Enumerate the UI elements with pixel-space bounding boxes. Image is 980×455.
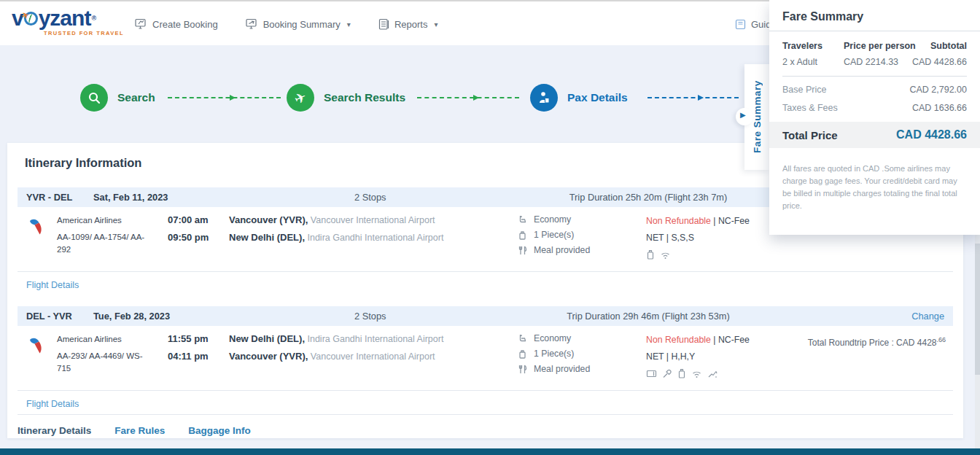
change-flight-link[interactable]: Change — [911, 311, 944, 322]
voyzant-logo[interactable]: vyzant® TRUSTED FOR TRAVEL — [12, 7, 128, 36]
arrival-airport: Vancouver International Airport — [308, 351, 435, 362]
flight-numbers: AA-1099/ AA-1754/ AA-292 — [57, 231, 155, 257]
fee-type: | NC-Fee — [711, 335, 750, 345]
segment-date: Sat, Feb 11, 2023 — [93, 192, 168, 203]
col-header-subtotal: Subtotal — [930, 41, 967, 51]
cabin-class-line: Economy — [518, 333, 590, 343]
fare-basis: NET | S,S,S — [646, 233, 750, 243]
refund-status: Non Refundable — [646, 216, 711, 226]
total-price-value: CAD 4428.66 — [896, 128, 967, 141]
fare-summary-title: Fare Summary — [769, 10, 980, 31]
plane-icon: ✈ — [287, 84, 314, 112]
cabin-class: Economy — [534, 333, 571, 343]
baggage-icon — [518, 349, 527, 359]
chevron-down-icon: ▾ — [434, 20, 438, 28]
airline-name: American Airlines — [57, 216, 155, 225]
departure-airport: Vancouver International Airport — [308, 215, 435, 225]
flight-row: American Airlines AA-293/ AA-4469/ WS-71… — [18, 326, 953, 390]
refund-line: Non Refundable | NC-Fee — [646, 216, 750, 226]
departure-city-line: Vancouver (YVR), Vancouver International… — [229, 214, 443, 225]
nav-label: Booking Summary — [263, 19, 341, 30]
baggage-line: 1 Piece(s) — [518, 230, 590, 240]
base-price-line: Base Price CAD 2,792.00 — [782, 85, 967, 95]
col-header-price-per-person: Price per person — [844, 41, 930, 51]
chevron-down-icon: ▾ — [347, 20, 351, 28]
segment-route: YVR - DEL — [26, 192, 83, 203]
segment-route: DEL - YVR — [26, 311, 83, 322]
col-header-travelers: Travelers — [782, 41, 844, 51]
american-airlines-logo — [26, 334, 48, 356]
registered-mark: ® — [91, 7, 96, 29]
departure-time: 07:00 am — [168, 214, 209, 225]
footer-bar — [0, 448, 980, 455]
itinerary-footer-tabs: Itinerary Details Fare Rules Baggage Inf… — [7, 415, 963, 436]
nav-reports[interactable]: Reports ▾ — [378, 18, 438, 31]
baggage-allowance: 1 Piece(s) — [534, 349, 574, 359]
meal-icon — [518, 365, 527, 374]
amenities — [646, 249, 750, 260]
subtotal-value: CAD 4428.66 — [912, 57, 967, 67]
nav-booking-summary[interactable]: Booking Summary ▾ — [246, 18, 351, 30]
monitor-plane-icon — [246, 18, 258, 30]
entertainment-icon — [707, 369, 718, 378]
arrival-city-line: Vancouver (YVR), Vancouver International… — [229, 351, 443, 362]
wifi-icon — [660, 250, 671, 260]
travelers-value: 2 x Adult — [782, 57, 844, 67]
base-price-value: CAD 2,792.00 — [909, 85, 967, 95]
fare-summary-tab[interactable]: ▶ Fare Summary — [744, 64, 770, 170]
meal-info: Meal provided — [534, 364, 590, 374]
departure-city: New Delhi (DEL), — [229, 333, 305, 344]
segment-stops: 2 Stops — [354, 311, 386, 322]
flight-details-row: Flight Details — [18, 271, 953, 295]
table-row: 2 x Adult CAD 2214.33 CAD 4428.66 — [782, 57, 967, 67]
step-pax-details[interactable]: Pax Details — [530, 84, 628, 112]
total-roundtrip-price: Total Roundtrip Price : CAD 4428.66 — [808, 336, 946, 348]
step-search-results[interactable]: ✈ Search Results — [287, 84, 405, 112]
fare-summary-panel: Fare Summary Travelers Price per person … — [769, 0, 980, 235]
baggage-allowance: 1 Piece(s) — [534, 230, 574, 240]
segment-return: DEL - YVR Tue, Feb 28, 2023 2 Stops Trip… — [18, 306, 953, 415]
baggage-line: 1 Piece(s) — [518, 349, 590, 359]
nav-create-booking[interactable]: Create Booking — [135, 18, 218, 30]
segment-header: DEL - YVR Tue, Feb 28, 2023 2 Stops Trip… — [18, 306, 953, 326]
tv-icon — [646, 369, 657, 378]
baggage-icon — [518, 230, 527, 240]
refund-status: Non Refundable — [646, 335, 711, 345]
meal-icon — [518, 246, 527, 255]
meal-info: Meal provided — [534, 245, 590, 255]
arrival-city: Vancouver (YVR), — [229, 351, 308, 362]
stepper-connector — [417, 97, 519, 98]
arrival-city: New Delhi (DEL), — [229, 232, 305, 243]
cabin-class-line: Economy — [518, 214, 590, 225]
arrival-time: 09:50 pm — [168, 232, 209, 243]
taxes-fees-line: Taxes & Fees CAD 1636.66 — [782, 103, 967, 113]
total-price-label: Total Price — [782, 129, 838, 141]
fare-disclaimer: All fares are quoted in CAD .Some airlin… — [782, 163, 967, 212]
globe-icon — [24, 12, 38, 26]
price-per-person-value: CAD 2214.33 — [844, 57, 912, 67]
passenger-icon — [530, 84, 558, 112]
arrival-time: 04:11 pm — [168, 351, 209, 362]
power-icon — [662, 369, 672, 378]
stepper-connector — [648, 97, 739, 98]
logo-tagline: TRUSTED FOR TRAVEL — [12, 30, 128, 36]
base-price-label: Base Price — [782, 85, 826, 95]
step-search[interactable]: Search — [80, 84, 155, 112]
flight-details-link[interactable]: Flight Details — [26, 399, 79, 409]
flight-details-link[interactable]: Flight Details — [26, 280, 79, 290]
tab-baggage-info[interactable]: Baggage Info — [188, 425, 251, 436]
step-label: Pax Details — [567, 91, 628, 104]
taxes-fees-label: Taxes & Fees — [782, 103, 838, 113]
seat-icon — [518, 334, 527, 343]
flight-details-row: Flight Details — [18, 390, 953, 414]
scrollbar-thumb[interactable] — [975, 244, 980, 375]
tab-fare-rules[interactable]: Fare Rules — [114, 425, 165, 436]
taxes-fees-value: CAD 1636.66 — [912, 103, 967, 113]
refund-line: Non Refundable | NC-Fee — [646, 335, 750, 345]
search-icon — [80, 84, 108, 112]
tab-itinerary-details[interactable]: Itinerary Details — [18, 425, 91, 436]
segment-duration: Trip Duration 25h 20m (Flight 23h 7m) — [528, 192, 769, 203]
segment-duration: Trip Duration 29h 46m (Flight 23h 53m) — [528, 311, 769, 322]
stepper-connector — [168, 97, 281, 98]
segment-stops: 2 Stops — [354, 192, 386, 203]
